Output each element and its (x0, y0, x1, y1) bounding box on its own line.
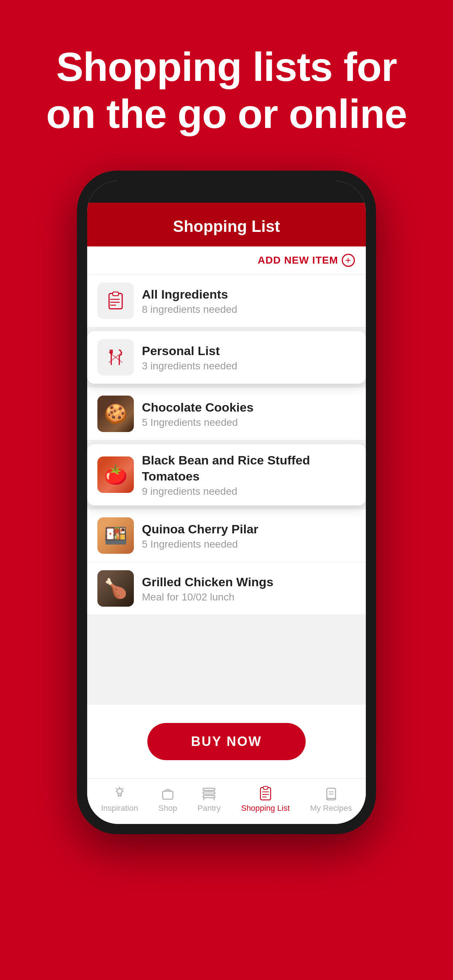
chocolate-cookies-sub: 5 Ingredients needed (142, 417, 356, 428)
inspiration-icon (112, 785, 128, 801)
list-item-personal-list[interactable]: Personal List 3 ingredients needed (87, 331, 366, 384)
phone-top-bar (87, 181, 366, 203)
personal-list-name: Personal List (142, 343, 356, 359)
quinoa-cherry-image (97, 517, 134, 554)
notch (190, 186, 263, 197)
list-item-all-ingredients[interactable]: All Ingredients 8 ingredients needed (87, 275, 366, 328)
personal-list-text: Personal List 3 ingredients needed (142, 343, 356, 372)
chocolate-cookies-name: Chocolate Cookies (142, 399, 356, 415)
list-item-quinoa-cherry[interactable]: Quinoa Cherry Pilar 5 Ingredients needed (87, 509, 366, 562)
grilled-chicken-image (97, 570, 134, 607)
quinoa-cherry-name: Quinoa Cherry Pilar (142, 521, 356, 537)
all-ingredients-icon-box (97, 283, 134, 319)
svg-rect-20 (163, 791, 173, 799)
svg-rect-22 (203, 792, 215, 794)
phone-screen: Shopping List ADD NEW ITEM + (87, 181, 366, 824)
shop-icon (160, 785, 176, 801)
nav-item-inspiration[interactable]: Inspiration (101, 785, 138, 813)
app-header: Shopping List (87, 203, 366, 247)
svg-line-16 (123, 788, 123, 789)
phone-wrapper: Shopping List ADD NEW ITEM + (0, 170, 453, 834)
black-bean-tomatoes-text: Black Bean and Rice Stuffed Tomatoes 9 i… (142, 452, 356, 497)
nav-item-shopping-list[interactable]: Shopping List (241, 785, 290, 813)
black-bean-tomatoes-name: Black Bean and Rice Stuffed Tomatoes (142, 452, 356, 484)
shop-label: Shop (158, 803, 177, 813)
shopping-list: All Ingredients 8 ingredients needed (87, 275, 366, 615)
clipboard-icon (105, 291, 126, 311)
chocolate-cookies-image (97, 396, 134, 432)
inspiration-label: Inspiration (101, 803, 138, 813)
list-item-black-bean-tomatoes[interactable]: Black Bean and Rice Stuffed Tomatoes 9 i… (87, 444, 366, 506)
all-ingredients-text: All Ingredients 8 ingredients needed (142, 286, 356, 315)
svg-rect-23 (203, 795, 215, 798)
quinoa-cherry-sub: 5 Ingredients needed (142, 538, 356, 550)
add-circle-icon: + (342, 254, 355, 267)
my-recipes-icon (323, 785, 339, 801)
black-bean-tomatoes-image (97, 457, 134, 493)
pantry-icon (201, 785, 217, 801)
add-new-item-label: ADD NEW ITEM (258, 255, 338, 266)
hero-section: Shopping lists for on the go or online (0, 0, 453, 160)
hero-text-block: Shopping lists for on the go or online (0, 0, 453, 160)
pantry-label: Pantry (198, 803, 221, 813)
all-ingredients-name: All Ingredients (142, 286, 356, 302)
all-ingredients-sub: 8 ingredients needed (142, 304, 356, 315)
svg-rect-27 (263, 786, 268, 789)
spacer (87, 615, 366, 705)
nav-item-pantry[interactable]: Pantry (198, 785, 221, 813)
chocolate-cookies-text: Chocolate Cookies 5 Ingredients needed (142, 399, 356, 428)
grilled-chicken-sub: Meal for 10/02 lunch (142, 591, 356, 603)
my-recipes-label: My Recipes (310, 803, 352, 813)
buy-now-section: BUY NOW (87, 705, 366, 778)
list-item-chocolate-cookies[interactable]: Chocolate Cookies 5 Ingredients needed (87, 388, 366, 441)
nav-item-my-recipes[interactable]: My Recipes (310, 785, 352, 813)
svg-line-17 (116, 788, 117, 789)
add-new-item-bar: ADD NEW ITEM + (87, 247, 366, 275)
list-item-grilled-chicken[interactable]: Grilled Chicken Wings Meal for 10/02 lun… (87, 562, 366, 615)
app-header-title: Shopping List (173, 217, 280, 235)
grilled-chicken-text: Grilled Chicken Wings Meal for 10/02 lun… (142, 574, 356, 603)
grilled-chicken-name: Grilled Chicken Wings (142, 574, 356, 590)
svg-rect-1 (113, 292, 118, 296)
nav-item-shop[interactable]: Shop (158, 785, 177, 813)
shopping-list-icon (257, 785, 274, 801)
fork-knife-icon (105, 347, 126, 368)
shopping-list-label: Shopping List (241, 803, 290, 813)
bottom-nav: Inspiration Shop (87, 778, 366, 824)
hero-title: Shopping lists for on the go or online (29, 44, 424, 138)
quinoa-cherry-text: Quinoa Cherry Pilar 5 Ingredients needed (142, 521, 356, 550)
buy-now-button[interactable]: BUY NOW (147, 723, 306, 760)
personal-list-sub: 3 ingredients needed (142, 360, 356, 372)
black-bean-tomatoes-sub: 9 ingredients needed (142, 485, 356, 497)
personal-list-icon-box (97, 339, 134, 375)
svg-rect-21 (203, 788, 215, 791)
add-new-item-button[interactable]: ADD NEW ITEM + (258, 254, 355, 267)
phone-frame: Shopping List ADD NEW ITEM + (77, 170, 376, 834)
svg-point-14 (117, 789, 122, 794)
